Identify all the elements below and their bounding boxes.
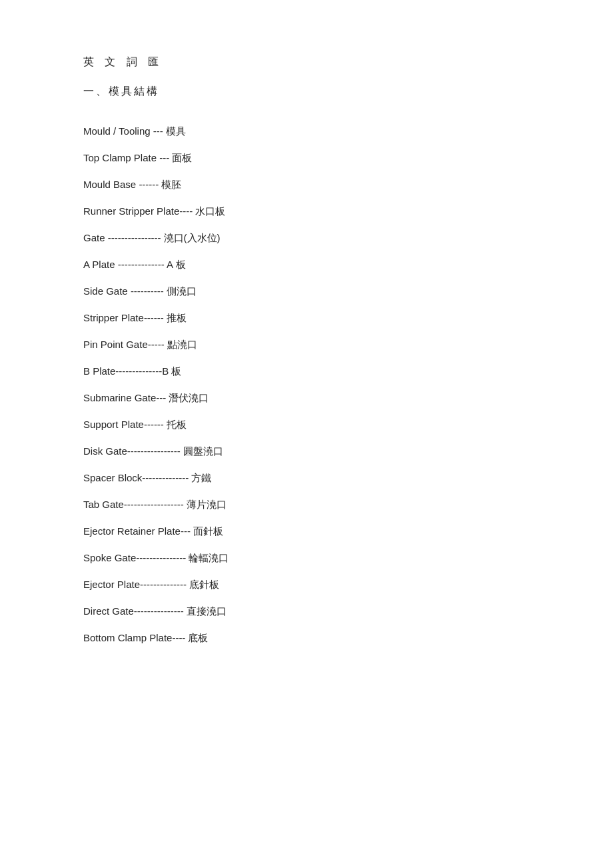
term-english: Side Gate ---------- — [83, 283, 164, 299]
term-english: Pin Point Gate----- — [83, 337, 165, 353]
term-row: A Plate -------------- A 板 — [83, 257, 530, 273]
term-english: Mould / Tooling --- — [83, 123, 163, 139]
main-title: 英 文 詞 匯 — [83, 53, 530, 71]
term-english: Spacer Block-------------- — [83, 470, 189, 486]
term-english: Runner Stripper Plate---- — [83, 203, 193, 219]
term-chinese: 板 — [171, 363, 181, 379]
term-english: Disk Gate---------------- — [83, 443, 181, 459]
term-row: Side Gate ----------側澆口 — [83, 283, 530, 299]
term-english: Mould Base ------ — [83, 177, 159, 193]
term-row: Stripper Plate------推板 — [83, 310, 530, 326]
term-row: Direct Gate--------------- 直接澆口 — [83, 603, 530, 619]
term-english: Top Clamp Plate --- — [83, 150, 169, 166]
term-row: Spacer Block-------------- 方鐵 — [83, 470, 530, 486]
term-english: Spoke Gate--------------- — [83, 550, 186, 566]
term-row: Ejector Retainer Plate--- 面針板 — [83, 523, 530, 539]
term-chinese: 底板 — [188, 630, 208, 646]
term-row: Ejector Plate-------------- 底針板 — [83, 577, 530, 593]
term-chinese: 板 — [176, 257, 186, 273]
term-chinese: 方鐵 — [191, 470, 211, 486]
term-english: Ejector Plate-------------- — [83, 577, 187, 593]
term-row: B Plate--------------B 板 — [83, 363, 530, 379]
term-row: Mould / Tooling --- 模具 — [83, 123, 530, 139]
term-english: Ejector Retainer Plate--- — [83, 523, 191, 539]
term-row: Disk Gate---------------- 圓盤澆口 — [83, 443, 530, 459]
term-chinese: 澆口(入水位) — [164, 230, 221, 246]
term-chinese: 潛伏澆口 — [169, 390, 209, 406]
term-chinese: 側澆口 — [167, 283, 197, 299]
term-chinese: 底針板 — [189, 577, 219, 593]
term-chinese: 圓盤澆口 — [183, 443, 223, 459]
term-english: Stripper Plate------ — [83, 310, 164, 326]
term-row: Spoke Gate--------------- 輪輻澆口 — [83, 550, 530, 566]
sub-title: 一、模具結構 — [83, 83, 530, 100]
term-chinese: 模胚 — [161, 177, 181, 193]
term-row: Support Plate------托板 — [83, 417, 530, 433]
term-english: Bottom Clamp Plate---- — [83, 630, 185, 646]
term-row: Submarine Gate---潛伏澆口 — [83, 390, 530, 406]
term-english: B Plate--------------B — [83, 363, 169, 379]
term-chinese: 點澆口 — [167, 337, 197, 353]
term-chinese: 面板 — [172, 150, 192, 166]
term-chinese: 模具 — [166, 123, 186, 139]
term-chinese: 托板 — [167, 417, 187, 433]
term-chinese: 面針板 — [193, 523, 223, 539]
term-chinese: 推板 — [167, 310, 187, 326]
term-english: A Plate -------------- A — [83, 257, 173, 273]
term-english: Gate ---------------- — [83, 230, 161, 246]
term-row: Top Clamp Plate ---面板 — [83, 150, 530, 166]
term-row: Bottom Clamp Plate---- 底板 — [83, 630, 530, 646]
term-row: Pin Point Gate-----點澆口 — [83, 337, 530, 353]
term-english: Tab Gate------------------ — [83, 497, 184, 513]
terms-list: Mould / Tooling --- 模具Top Clamp Plate --… — [83, 123, 530, 646]
term-row: Mould Base ------模胚 — [83, 177, 530, 193]
term-chinese: 直接澆口 — [187, 603, 227, 619]
term-row: Runner Stripper Plate---- 水口板 — [83, 203, 530, 219]
term-chinese: 水口板 — [195, 203, 225, 219]
term-chinese: 輪輻澆口 — [189, 550, 229, 566]
term-english: Direct Gate--------------- — [83, 603, 184, 619]
term-english: Support Plate------ — [83, 417, 164, 433]
term-english: Submarine Gate--- — [83, 390, 166, 406]
term-chinese: 薄片澆口 — [187, 497, 227, 513]
term-row: Tab Gate------------------ 薄片澆口 — [83, 497, 530, 513]
term-row: Gate ----------------澆口(入水位) — [83, 230, 530, 246]
